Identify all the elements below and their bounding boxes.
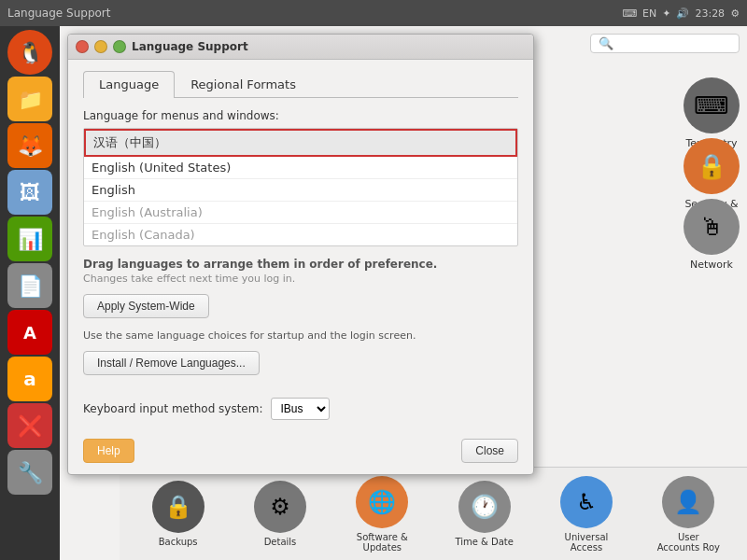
keyboard-tray-icon: ⌨ (622, 7, 637, 20)
broken-icon[interactable]: ❌ (7, 403, 52, 448)
time-date-icon: 🕐 (458, 481, 511, 533)
text-editor-icon[interactable]: 📄 (7, 263, 52, 308)
firefox-icon[interactable]: 🦊 (7, 123, 52, 168)
keyboard-row: Keyboard input method system: IBus fcitx… (83, 398, 518, 420)
apply-hint: Use the same language choices for startu… (83, 329, 518, 342)
drag-hint-sub: Changes take effect next time you log in… (83, 273, 518, 285)
photos-icon[interactable]: 🖼 (7, 170, 52, 215)
lang-item-chinese[interactable]: 汉语（中国） (84, 129, 517, 157)
drag-hint: Drag languages to arrange them in order … (83, 258, 518, 271)
user-accounts-item[interactable]: 👤 UserAccounts Roy (638, 469, 740, 560)
tab-regional-formats[interactable]: Regional Formats (175, 71, 312, 97)
lang-section-label: Language for menus and windows: (83, 109, 518, 122)
titlebar-right: ⌨ EN ✦ 🔊 23:28 ⚙ (622, 7, 740, 20)
volume-tray-icon: 🔊 (676, 7, 689, 20)
bluetooth-tray-icon: ✦ (662, 7, 670, 20)
security-circle-icon: 🔒 (684, 138, 740, 194)
close-button[interactable]: Close (461, 439, 518, 463)
universal-access-icon: ♿ (560, 476, 613, 528)
calc-icon[interactable]: 📊 (7, 217, 52, 261)
maximize-window-button[interactable] (113, 40, 126, 53)
software-updates-item[interactable]: 🌐 Software &Updates (331, 469, 433, 560)
apply-system-wide-button[interactable]: Apply System-Wide (83, 294, 209, 318)
details-item[interactable]: ⚙ Details (229, 473, 331, 554)
lang-item-english-ca[interactable]: English (Canada) (84, 224, 517, 245)
system-settings-icon[interactable]: 🔧 (7, 450, 52, 495)
dialog-footer: Help Close (68, 431, 533, 474)
lang-item-english[interactable]: English (84, 179, 517, 202)
backups-icon: 🔒 (152, 481, 204, 533)
tab-bar: Language Regional Formats (83, 71, 518, 98)
files-icon[interactable]: 📁 (7, 77, 52, 121)
tab-language[interactable]: Language (83, 71, 175, 98)
search-input[interactable] (617, 37, 729, 50)
backups-item[interactable]: 🔒 Backups (127, 473, 229, 554)
language-tray-icon: EN (642, 7, 656, 20)
time-display: 23:28 (695, 7, 725, 20)
network-item[interactable]: 🖱 Network (684, 199, 740, 271)
settings-tray-icon[interactable]: ⚙ (730, 7, 740, 20)
network-circle-icon: 🖱 (684, 199, 740, 255)
language-support-dialog: Language Support Language Regional Forma… (67, 34, 534, 475)
details-icon: ⚙ (254, 481, 306, 533)
search-icon: 🔍 (599, 36, 613, 50)
libreoffice-icon[interactable]: A (7, 310, 52, 355)
time-date-item[interactable]: 🕐 Time & Date (433, 473, 535, 554)
keyboard-method-select[interactable]: IBus fcitx None (271, 398, 330, 420)
close-window-button[interactable] (76, 40, 89, 53)
launcher: 🐧 📁 🦊 🖼 📊 📄 A a ❌ 🔧 (0, 26, 60, 560)
help-button[interactable]: Help (83, 439, 134, 463)
titlebar: Language Support ⌨ EN ✦ 🔊 23:28 ⚙ (0, 0, 747, 26)
keyboard-label: Keyboard input method system: (83, 402, 263, 415)
universal-access-item[interactable]: ♿ UniversalAccess (535, 469, 637, 560)
dialog-content: Language Regional Formats Language for m… (68, 60, 533, 431)
titlebar-title: Language Support (7, 7, 110, 20)
search-box[interactable]: 🔍 (590, 34, 740, 53)
lang-item-english-au[interactable]: English (Australia) (84, 202, 517, 224)
language-list: 汉语（中国） English (United States) English E… (83, 128, 518, 246)
amazon-icon[interactable]: a (7, 357, 52, 401)
install-remove-languages-button[interactable]: Install / Remove Languages... (83, 351, 260, 375)
ubuntu-icon[interactable]: 🐧 (7, 30, 52, 75)
text-entry-circle-icon: ⌨ (684, 77, 740, 133)
dialog-title: Language Support (132, 40, 248, 53)
lang-item-english-us[interactable]: English (United States) (84, 157, 517, 179)
bottom-bar: 🔒 Backups ⚙ Details 🌐 Software &Updates … (120, 467, 747, 560)
minimize-window-button[interactable] (94, 40, 107, 53)
dialog-titlebar: Language Support (68, 35, 533, 60)
user-accounts-icon: 👤 (662, 476, 714, 528)
software-updates-icon: 🌐 (356, 476, 408, 528)
